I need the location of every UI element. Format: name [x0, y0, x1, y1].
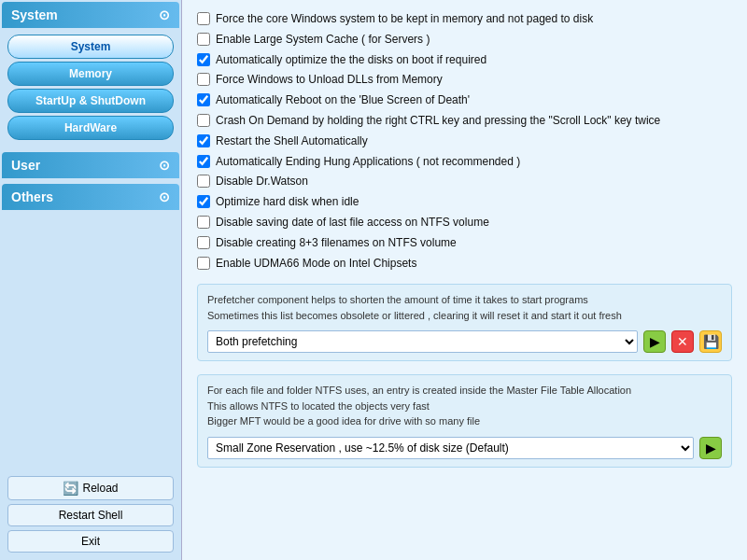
sidebar-item-startup-shutdown[interactable]: StartUp & ShutDown [7, 89, 174, 113]
prefetch-desc-line2: Sometimes this list becomes obsolete or … [207, 310, 622, 321]
checkbox-item: Disable saving date of last file access … [197, 215, 732, 231]
sidebar-system-label: System [11, 7, 58, 22]
checkbox-item: Force the core Windows system to be kept… [197, 11, 732, 27]
checkbox-label-4: Automatically Reboot on the 'Blue Screen… [216, 92, 470, 108]
prefetch-clear-button[interactable]: ✕ [671, 330, 694, 353]
checkbox-item: Automatically Reboot on the 'Blue Screen… [197, 92, 732, 108]
prefetch-controls: Both prefetching Application prefetching… [207, 330, 722, 353]
sidebar-bottom-buttons: 🔄 Reload Restart Shell Exit [0, 469, 181, 560]
checkbox-item: Disable Dr.Watson [197, 174, 732, 189]
checkbox-item: Optimize hard disk when idle [197, 194, 732, 210]
reload-button[interactable]: 🔄 Reload [7, 476, 174, 500]
sidebar-item-memory[interactable]: Memory [7, 62, 174, 86]
mft-go-button[interactable]: ▶ [699, 437, 722, 459]
checkbox-item: Enable Large System Cache ( for Servers … [197, 32, 732, 48]
sidebar-others-section: Others ⊙ [0, 182, 181, 210]
checkbox-item: Enable UDMA66 Mode on Intel Chipsets [197, 256, 732, 272]
checkbox-label-2: Automatically optimize the the disks on … [216, 52, 486, 68]
checkbox-item: Automatically optimize the the disks on … [197, 52, 732, 68]
sidebar-others-header: Others ⊙ [2, 184, 179, 210]
checkbox-6[interactable] [197, 134, 210, 147]
prefetch-go-icon: ▶ [650, 334, 660, 349]
checkbox-item: Crash On Demand by holding the right CTR… [197, 113, 732, 129]
sidebar-nav-items: System Memory StartUp & ShutDown HardWar… [0, 28, 181, 147]
mft-controls: Small Zone Reservation , use ~12.5% of d… [207, 437, 722, 459]
checkbox-0[interactable] [197, 12, 210, 25]
checkbox-5[interactable] [197, 114, 210, 127]
exit-button[interactable]: Exit [7, 530, 174, 553]
checkbox-label-10: Disable saving date of last file access … [216, 215, 489, 231]
checkbox-item: Automatically Ending Hung Applications (… [197, 154, 732, 170]
sidebar-user-label: User [11, 158, 40, 173]
mft-description: For each file and folder NTFS uses, an e… [207, 383, 722, 429]
checkbox-label-5: Crash On Demand by holding the right CTR… [216, 113, 660, 129]
reload-label: Reload [82, 482, 118, 495]
mft-desc-line3: Bigger MFT would be a good idea for driv… [207, 415, 480, 427]
checkbox-label-11: Disable creating 8+3 filenames on NTFS v… [216, 235, 457, 251]
prefetch-desc-line1: Prefetcher component helps to shorten th… [207, 294, 588, 305]
prefetch-description: Prefetcher component helps to shorten th… [207, 292, 722, 323]
mft-desc-line1: For each file and folder NTFS uses, an e… [207, 385, 631, 396]
prefetch-select[interactable]: Both prefetching Application prefetching… [207, 330, 638, 353]
checkbox-4[interactable] [197, 93, 210, 106]
checkbox-label-1: Enable Large System Cache ( for Servers … [216, 32, 430, 48]
checkbox-item: Restart the Shell Automatically [197, 133, 732, 149]
checkbox-label-9: Optimize hard disk when idle [216, 194, 359, 210]
prefetch-section: Prefetcher component helps to shorten th… [197, 284, 732, 361]
checkbox-7[interactable] [197, 155, 210, 168]
checkbox-9[interactable] [197, 195, 210, 208]
checkbox-list: Force the core Windows system to be kept… [197, 11, 732, 271]
checkbox-item: Disable creating 8+3 filenames on NTFS v… [197, 235, 732, 251]
restart-shell-label: Restart Shell [59, 509, 123, 522]
others-expand-icon: ⊙ [159, 189, 170, 204]
checkbox-item: Force Windows to Unload DLLs from Memory [197, 72, 732, 88]
checkbox-10[interactable] [197, 216, 210, 229]
exit-label: Exit [81, 535, 100, 548]
prefetch-clear-icon: ✕ [677, 334, 688, 349]
checkbox-label-8: Disable Dr.Watson [216, 174, 308, 189]
sidebar-system-section: System ⊙ System Memory StartUp & ShutDow… [0, 0, 181, 147]
sidebar: System ⊙ System Memory StartUp & ShutDow… [0, 0, 182, 560]
sidebar-others-label: Others [11, 189, 53, 204]
checkbox-11[interactable] [197, 236, 210, 249]
mft-select[interactable]: Small Zone Reservation , use ~12.5% of d… [207, 437, 694, 459]
mft-go-icon: ▶ [706, 441, 716, 455]
reload-icon: 🔄 [63, 481, 78, 496]
checkbox-label-0: Force the core Windows system to be kept… [216, 11, 593, 27]
prefetch-go-button[interactable]: ▶ [643, 330, 666, 353]
system-expand-icon: ⊙ [159, 7, 170, 22]
checkbox-label-6: Restart the Shell Automatically [216, 133, 368, 149]
checkbox-8[interactable] [197, 175, 210, 188]
sidebar-system-header: System ⊙ [2, 2, 179, 28]
checkbox-label-3: Force Windows to Unload DLLs from Memory [216, 72, 443, 88]
prefetch-save-icon: 💾 [703, 334, 719, 349]
sidebar-item-system[interactable]: System [7, 35, 174, 59]
user-expand-icon: ⊙ [159, 158, 170, 173]
prefetch-save-button[interactable]: 💾 [699, 330, 722, 353]
restart-shell-button[interactable]: Restart Shell [7, 504, 174, 526]
mft-section: For each file and folder NTFS uses, an e… [197, 374, 732, 468]
checkbox-label-7: Automatically Ending Hung Applications (… [216, 154, 520, 170]
checkbox-1[interactable] [197, 33, 210, 46]
checkbox-12[interactable] [197, 257, 210, 270]
checkbox-2[interactable] [197, 53, 210, 66]
checkbox-label-12: Enable UDMA66 Mode on Intel Chipsets [216, 256, 416, 272]
checkbox-3[interactable] [197, 73, 210, 86]
mft-desc-line2: This allows NTFS to located the objects … [207, 400, 430, 412]
sidebar-user-header: User ⊙ [2, 152, 179, 178]
sidebar-item-hardware[interactable]: HardWare [7, 116, 174, 140]
sidebar-user-section: User ⊙ [0, 150, 181, 178]
main-content: Force the core Windows system to be kept… [182, 0, 747, 560]
